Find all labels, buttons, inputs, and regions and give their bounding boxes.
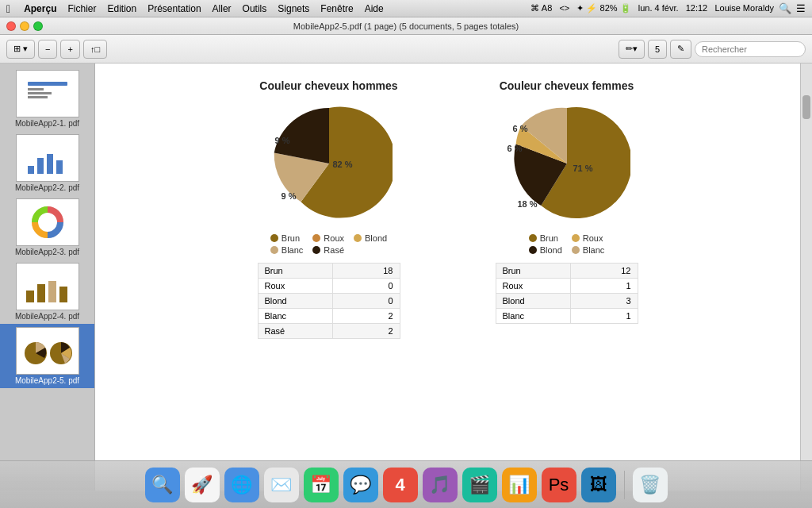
right-scrollbar[interactable] <box>800 64 812 491</box>
menu-signets[interactable]: Signets <box>272 3 315 14</box>
sidebar-item-1[interactable]: MobileApp2-1. pdf <box>0 67 94 131</box>
page-number-label: 5 <box>655 44 660 54</box>
row-value: 12 <box>571 264 638 279</box>
zoom-in-icon: + <box>67 44 72 54</box>
sidebar-item-5[interactable]: MobileApp2-5. pdf <box>0 324 94 388</box>
women-blond-label-text: Blond <box>540 245 562 255</box>
brun-label: Brun <box>282 233 300 243</box>
zoom-out-button[interactable]: − <box>38 40 57 59</box>
men-chart-section: Couleur cheveux hommes 82 % 9 % 9 % <box>258 79 400 339</box>
rase-dot <box>312 246 320 254</box>
row-value: 0 <box>333 294 400 309</box>
row-name: Blond <box>496 294 571 309</box>
main-layout: MobileApp2-1. pdf MobileApp2-2. pdf <box>0 64 812 491</box>
menu-edition[interactable]: Edition <box>102 3 142 14</box>
dock-finder[interactable]: 🔍 <box>145 468 180 502</box>
thumb-3 <box>16 198 79 246</box>
row-name: Blond <box>258 294 333 309</box>
svg-rect-1 <box>28 82 67 86</box>
dock-app1[interactable]: 🎬 <box>462 468 497 502</box>
menu-apercu[interactable]: Aperçu <box>18 3 62 14</box>
menu-aller[interactable]: Aller <box>207 3 237 14</box>
women-brun-dot <box>529 234 537 242</box>
dock-app3[interactable]: 🖼 <box>581 468 616 502</box>
sidebar-toggle-button[interactable]: ⊞ ▾ <box>6 40 35 59</box>
row-name: Roux <box>496 279 571 294</box>
row-name: Brun <box>258 264 333 279</box>
dock-launchpad[interactable]: 🚀 <box>185 468 220 502</box>
table-row: Rasé 2 <box>258 324 400 339</box>
svg-rect-4 <box>28 96 48 98</box>
menu-fichier[interactable]: Fichier <box>62 3 102 14</box>
menubar-status: ⌘ A8 <> ✦ ⚡ 82% 🔋 lun. 4 févr. 12:12 Lou… <box>530 3 774 13</box>
zoom-in-button[interactable]: + <box>60 40 79 59</box>
annotate-button[interactable]: ✏▾ <box>619 40 645 59</box>
women-brun-label-text: Brun <box>540 233 558 243</box>
roux-dot <box>312 234 320 242</box>
men-legend-rase: Rasé <box>312 245 344 255</box>
zoom-out-icon: − <box>45 44 50 54</box>
women-roux-label-text: Roux <box>583 233 603 243</box>
menu-fenetre[interactable]: Fenêtre <box>315 3 358 14</box>
thumb-5 <box>16 327 79 375</box>
dock-mail[interactable]: ✉️ <box>264 468 299 502</box>
dock-music[interactable]: 🎵 <box>423 468 458 502</box>
row-value: 0 <box>333 279 400 294</box>
search-input[interactable] <box>695 41 806 57</box>
women-chart-title: Couleur cheveux femmes <box>500 79 634 92</box>
svg-rect-15 <box>48 281 56 302</box>
edit-button[interactable]: ✎ <box>670 40 691 59</box>
svg-rect-3 <box>28 92 52 94</box>
window-controls[interactable] <box>6 21 43 31</box>
brun-dot <box>270 234 278 242</box>
row-name: Brun <box>496 264 571 279</box>
share-button[interactable]: ↑□ <box>83 40 107 59</box>
menu-aide[interactable]: Aide <box>359 3 389 14</box>
women-brun-label: 71 % <box>573 164 593 173</box>
blanc-dot <box>270 246 278 254</box>
scroll-thumb[interactable] <box>802 95 810 119</box>
blond-dot <box>354 234 362 242</box>
menubar-right: ⌘ A8 <> ✦ ⚡ 82% 🔋 lun. 4 févr. 12:12 Lou… <box>530 2 806 14</box>
close-button[interactable] <box>6 21 16 31</box>
table-row: Roux 1 <box>496 279 638 294</box>
maximize-button[interactable] <box>33 21 43 31</box>
svg-rect-7 <box>37 158 44 174</box>
sidebar-item-2[interactable]: MobileApp2-2. pdf <box>0 131 94 195</box>
notification-icon[interactable]: ☰ <box>796 2 806 14</box>
women-legend: Brun Roux Blond Blanc <box>529 233 605 255</box>
blanc-label: Blanc <box>282 245 304 255</box>
table-row: Brun 18 <box>258 264 400 279</box>
row-value: 1 <box>571 279 638 294</box>
minimize-button[interactable] <box>20 21 29 31</box>
dock-calendar[interactable]: 📅 <box>304 468 339 502</box>
men-blanc-label: 9 % <box>282 191 297 201</box>
apple-menu[interactable]:  <box>6 2 10 15</box>
women-legend-brun: Brun <box>529 233 562 243</box>
table-row: Blanc 1 <box>496 309 638 324</box>
thumb-4 <box>16 263 79 310</box>
dock: 🔍 🚀 🌐 ✉️ 📅 💬 4 🎵 🎬 📊 Ps 🖼 🗑️ <box>0 460 812 508</box>
women-blanc-label: 6 % <box>513 124 528 133</box>
spotlight-icon[interactable]: 🔍 <box>779 2 791 14</box>
table-row: Blond 3 <box>496 294 638 309</box>
dock-skype[interactable]: 💬 <box>343 468 378 502</box>
dock-4[interactable]: 4 <box>383 468 418 502</box>
menu-presentation[interactable]: Présentation <box>142 3 206 14</box>
dock-ps[interactable]: Ps <box>542 468 576 502</box>
sidebar: MobileApp2-1. pdf MobileApp2-2. pdf <box>0 64 95 491</box>
row-name: Blanc <box>496 309 571 324</box>
row-value: 2 <box>333 324 400 339</box>
sidebar-item-4[interactable]: MobileApp2-4. pdf <box>0 260 94 324</box>
sidebar-label-5: MobileApp2-5. pdf <box>15 376 79 385</box>
men-rase-label: 9 % <box>275 136 290 145</box>
women-roux-label: 6 % <box>508 144 523 153</box>
sidebar-item-3[interactable]: MobileApp2-3. pdf <box>0 195 94 260</box>
page-number-button[interactable]: 5 <box>648 40 667 59</box>
sidebar-label-1: MobileApp2-1. pdf <box>15 119 79 128</box>
dock-app2[interactable]: 📊 <box>502 468 537 502</box>
dock-trash[interactable]: 🗑️ <box>633 468 668 502</box>
svg-rect-16 <box>59 287 67 302</box>
menu-outils[interactable]: Outils <box>237 3 273 14</box>
dock-safari[interactable]: 🌐 <box>224 468 259 502</box>
